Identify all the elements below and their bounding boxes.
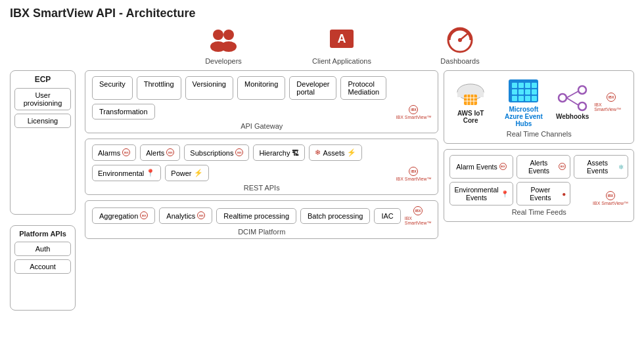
client-apps-icon: A [326, 27, 357, 54]
gateway-monitoring: Monitoring [237, 76, 285, 100]
gateway-items: Security Throttling Versioning Monitorin… [92, 76, 431, 119]
dashboards-icon [444, 27, 476, 54]
svg-text:A: A [338, 32, 346, 45]
rest-alerts: Alerts IBX [140, 144, 180, 161]
platform-account: Account [14, 259, 71, 274]
api-gateway-box: Security Throttling Versioning Monitorin… [85, 70, 438, 133]
developers-label: Developers [205, 57, 242, 65]
rest-items: Alarms IBX Alerts IBX Subscriptions IBX … [92, 144, 431, 181]
svg-rect-18 [512, 83, 517, 88]
svg-point-1 [223, 30, 234, 40]
svg-point-3 [221, 41, 237, 52]
rest-power: Power ⚡ [165, 165, 208, 181]
rtf-alerts-events: Alerts Events IBX [517, 155, 571, 179]
middle-section: Security Throttling Versioning Monitorin… [85, 70, 438, 311]
gateway-developer-portal: Developerportal [289, 76, 336, 100]
svg-rect-20 [525, 83, 530, 88]
platform-apis-panel: Platform APIs Auth Account [10, 225, 76, 311]
ecp-licensing: Licensing [14, 114, 71, 128]
rtf-label: Real Time Feeds [449, 208, 628, 216]
rest-apis-label: REST APIs [92, 184, 431, 192]
svg-rect-27 [518, 96, 524, 101]
dcim-analytics: Analytics IBX [159, 207, 212, 224]
dcim-label: DCIM Platform [92, 228, 431, 236]
dcim-realtime: Realtime processing [216, 208, 296, 224]
client-apps-label: Client Applications [312, 57, 371, 65]
page: IBX SmartView API - Architecture Develop… [0, 0, 644, 346]
rtf-power-events: Power Events ● [517, 182, 571, 205]
platform-auth: Auth [14, 242, 71, 256]
rtc-items: AWS IoT Core [449, 76, 628, 127]
svg-point-31 [578, 86, 586, 94]
dcim-iac: IAC [374, 208, 400, 224]
rest-apis-logo: IBX IBX SmartView™ [396, 167, 432, 181]
right-section: AWS IoT Core [444, 70, 634, 311]
ecp-panel: ECP User provisioning Licensing [10, 70, 76, 215]
rtf-box: Alarm Events IBX Alerts Events IBX Asset… [444, 149, 634, 222]
svg-rect-29 [532, 96, 537, 101]
svg-point-32 [578, 102, 586, 110]
left-panels: ECP User provisioning Licensing Platform… [10, 70, 80, 311]
rest-assets: ❄ Assets ⚡ [309, 144, 361, 161]
dashboards-label: Dashboards [440, 57, 479, 65]
rtc-azure: Microsoft Azure Event Hubs [497, 76, 551, 127]
rest-environmental: Environmental 📍 [92, 165, 161, 181]
client-apps-icon-block: A Client Applications [309, 27, 375, 65]
rtf-grid: Alarm Events IBX Alerts Events IBX Asset… [449, 155, 628, 205]
svg-rect-26 [512, 96, 517, 101]
svg-point-8 [458, 38, 462, 42]
svg-line-33 [566, 91, 578, 98]
main-layout: ECP User provisioning Licensing Platform… [10, 70, 634, 311]
svg-rect-24 [525, 89, 530, 95]
dcim-aggregation: Aggregation IBX [92, 207, 155, 224]
svg-rect-22 [512, 89, 517, 95]
rtf-assets-events: Assets Events ❄ [574, 155, 628, 179]
platform-apis-title: Platform APIs [14, 230, 71, 238]
gateway-throttling: Throttling [137, 76, 181, 100]
svg-rect-21 [532, 83, 537, 88]
rtc-aws: AWS IoT Core [449, 80, 491, 124]
svg-rect-19 [518, 83, 524, 88]
rest-alarms: Alarms IBX [92, 144, 136, 161]
page-title: IBX SmartView API - Architecture [10, 7, 634, 20]
rtc-box: AWS IoT Core [444, 70, 634, 144]
dcim-box: Aggregation IBX Analytics IBX Realtime p… [85, 200, 438, 239]
top-icons-row: Developers A Client Applications [49, 27, 634, 65]
gateway-versioning: Versioning [185, 76, 233, 100]
dashboards-icon-block: Dashboards [427, 27, 493, 65]
svg-point-0 [213, 30, 223, 40]
gateway-security: Security [92, 76, 133, 100]
ecp-title: ECP [14, 75, 71, 84]
svg-point-30 [559, 94, 566, 102]
rtf-environmental-events: Environmental Events 📍 [449, 182, 513, 205]
dcim-logo: IBX IBX SmartView™ [405, 206, 432, 225]
developers-icon-block: Developers [191, 27, 256, 65]
gateway-protocol-mediation: ProtocolMediation [340, 76, 386, 100]
svg-rect-25 [532, 89, 537, 95]
ecp-user-provisioning: User provisioning [14, 88, 71, 110]
dcim-batch: Batch processing [300, 208, 370, 224]
api-gateway-logo: IBX IBX SmartView™ [396, 105, 432, 119]
svg-rect-23 [518, 89, 524, 95]
rtc-logo: IBX IBX SmartView™ [594, 93, 628, 112]
rtc-label: Real Time Channels [449, 130, 628, 138]
rest-hierarchy: Hierarchy 🏗 [253, 144, 305, 161]
rtf-alarm-events: Alarm Events IBX [449, 155, 513, 179]
dcim-items: Aggregation IBX Analytics IBX Realtime p… [92, 206, 431, 225]
svg-line-34 [566, 98, 578, 105]
rtc-webhooks: Webhooks [556, 83, 589, 120]
rest-subscriptions: Subscriptions IBX [184, 144, 249, 161]
api-gateway-label: API Gateway [92, 122, 431, 130]
rest-apis-box: Alarms IBX Alerts IBX Subscriptions IBX … [85, 139, 438, 195]
developers-icon [208, 27, 239, 54]
svg-rect-28 [525, 96, 530, 101]
gateway-transformation: Transformation [92, 104, 155, 119]
rtf-logo: IBX IBX SmartView™ [593, 191, 628, 205]
